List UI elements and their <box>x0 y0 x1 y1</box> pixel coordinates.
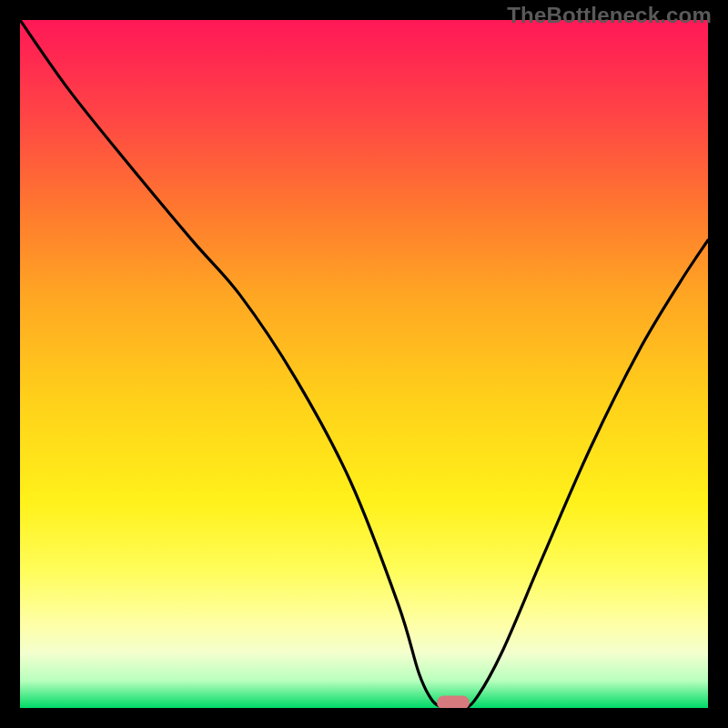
watermark-text: TheBottleneck.com <box>507 3 712 28</box>
optimal-marker <box>437 695 470 708</box>
plot-area <box>20 20 708 708</box>
chart-frame: TheBottleneck.com <box>0 0 728 728</box>
bottleneck-curve <box>20 20 708 708</box>
